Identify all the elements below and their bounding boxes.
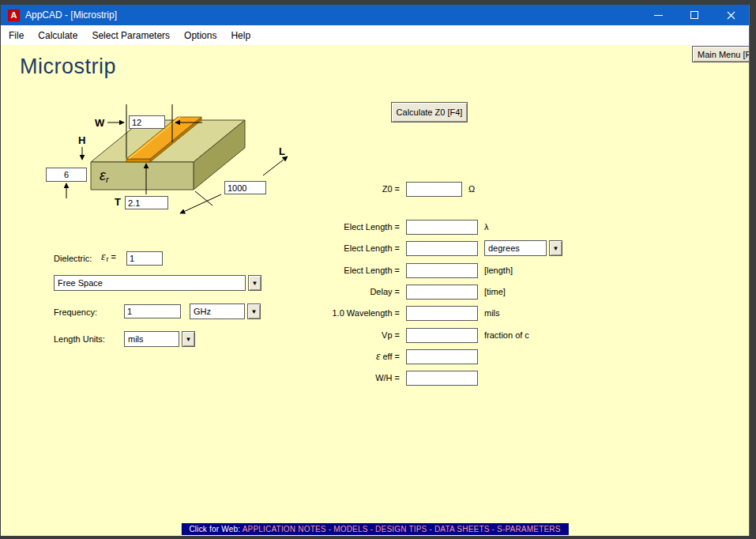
wh-input[interactable] xyxy=(406,371,478,386)
l-arrow-lower xyxy=(180,194,221,213)
result-row-z0: Z0 = Ω xyxy=(242,181,475,197)
minimize-icon xyxy=(654,11,663,20)
title-bar: A AppCAD - [Microstrip] xyxy=(1,5,749,25)
z0-input[interactable] xyxy=(406,182,462,197)
length-units-value[interactable]: mils xyxy=(124,331,179,347)
minimize-button[interactable] xyxy=(640,5,676,25)
delay-label: Delay = xyxy=(242,287,400,296)
dielectric-label: Dielectric: xyxy=(54,254,92,263)
vp-label: Vp = xyxy=(242,330,400,340)
appcad-icon: A xyxy=(8,9,20,21)
menu-bar: File Calculate Select Parameters Options… xyxy=(1,25,749,45)
dielectric-er-input[interactable] xyxy=(126,251,163,266)
result-row-vp: Vp = fraction of c xyxy=(242,327,529,343)
length-units-label: Length Units: xyxy=(54,334,105,344)
status-prefix: Click for Web: xyxy=(189,525,242,533)
length-units-combo[interactable]: mils ▼ xyxy=(124,331,195,347)
result-row-wh: W/H = xyxy=(242,370,478,386)
height-h-input[interactable] xyxy=(46,168,87,182)
dielectric-er-label: εr= xyxy=(101,251,116,263)
menu-options[interactable]: Options xyxy=(177,27,224,44)
trace-front-edge xyxy=(126,159,150,162)
elect-length-unit-combo[interactable]: degrees ▼ xyxy=(484,240,562,256)
microstrip-diagram: W H εr T L xyxy=(38,93,307,228)
vp-input[interactable] xyxy=(406,328,478,343)
main-menu-button[interactable]: Main Menu [F8 xyxy=(692,46,750,62)
dielectric-material-value[interactable]: Free Space xyxy=(54,275,246,291)
result-row-wavelength: 1.0 Wavelength = mils xyxy=(242,305,500,321)
eps-eff-input[interactable] xyxy=(406,349,478,364)
result-row-elect-length-lambda: Elect Length = λ xyxy=(242,219,489,235)
frequency-input[interactable] xyxy=(124,304,181,318)
delay-unit: [time] xyxy=(484,287,506,296)
elect-length-lambda-unit: λ xyxy=(484,222,489,232)
t-dim-label: T xyxy=(115,196,121,208)
menu-help[interactable]: Help xyxy=(224,27,258,44)
result-row-elect-length-length: Elect Length = [length] xyxy=(242,262,513,278)
l-ext-line xyxy=(195,191,213,205)
maximize-icon xyxy=(690,11,698,19)
length-units-dropdown-button[interactable]: ▼ xyxy=(182,331,195,347)
elect-length-length-unit: [length] xyxy=(484,266,513,275)
wavelength-unit: mils xyxy=(484,308,500,318)
wavelength-input[interactable] xyxy=(406,306,478,321)
menu-select-parameters[interactable]: Select Parameters xyxy=(85,27,177,44)
elect-length-unit-value[interactable]: degrees xyxy=(484,240,547,256)
result-row-eff: ε eff = xyxy=(242,349,478,364)
thickness-t-input[interactable] xyxy=(125,196,168,209)
h-dim-label: H xyxy=(78,134,85,146)
page-title: Microstrip xyxy=(20,55,116,79)
app-window: A AppCAD - [Microstrip] File Calculate S… xyxy=(1,5,750,536)
calculate-z0-button[interactable]: Calculate Z0 [F4] xyxy=(391,102,468,122)
delay-input[interactable] xyxy=(406,285,478,300)
result-row-elect-length-degrees: Elect Length = degrees ▼ xyxy=(242,240,562,256)
eps-eff-label: ε eff = xyxy=(242,350,400,363)
elect-length-unit-dropdown-button[interactable]: ▼ xyxy=(549,240,562,256)
elect-length-length-input[interactable] xyxy=(406,263,478,278)
maximize-button[interactable] xyxy=(676,5,713,25)
l-dim-label: L xyxy=(279,145,285,157)
elect-length-degrees-input[interactable] xyxy=(406,241,478,256)
z0-label: Z0 = xyxy=(242,184,400,194)
z0-unit: Ω xyxy=(468,184,475,194)
window-title: AppCAD - [Microstrip] xyxy=(25,9,117,21)
main-content: Main Menu [F8 Microstrip Calculate Z0 [F… xyxy=(1,45,749,536)
elect-length-lambda-input[interactable] xyxy=(406,220,478,235)
l-arrow-upper xyxy=(263,156,288,175)
width-w-input[interactable] xyxy=(129,115,165,129)
elect-length-length-label: Elect Length = xyxy=(242,266,400,275)
elect-length-degrees-label: Elect Length = xyxy=(242,243,400,253)
close-icon xyxy=(727,11,735,20)
wavelength-label: 1.0 Wavelength = xyxy=(242,308,400,318)
chevron-down-icon: ▼ xyxy=(553,245,559,252)
dielectric-material-combo[interactable]: Free Space ▼ xyxy=(54,275,261,291)
web-links-status-bar[interactable]: Click for Web: APPLICATION NOTES - MODEL… xyxy=(181,523,568,535)
result-row-delay: Delay = [time] xyxy=(242,284,506,300)
w-dim-label: W xyxy=(95,117,105,129)
chevron-down-icon: ▼ xyxy=(186,336,192,343)
vp-unit: fraction of c xyxy=(484,330,529,340)
status-web-links[interactable]: APPLICATION NOTES - MODELS - DESIGN TIPS… xyxy=(243,525,561,533)
elect-length-lambda-label: Elect Length = xyxy=(242,222,400,232)
frequency-unit-value[interactable]: GHz xyxy=(190,303,245,319)
close-button[interactable] xyxy=(713,5,749,25)
menu-calculate[interactable]: Calculate xyxy=(31,27,85,44)
wh-label: W/H = xyxy=(242,373,400,383)
frequency-label: Frequency: xyxy=(54,307,97,317)
menu-file[interactable]: File xyxy=(2,27,31,44)
